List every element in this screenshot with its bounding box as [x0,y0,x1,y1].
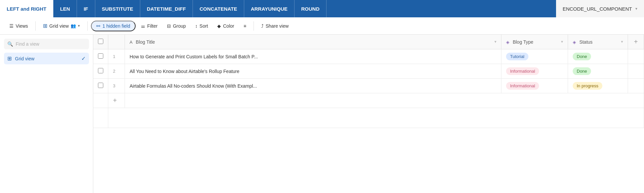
status-header-label: Status [579,39,593,45]
row-3-blog-title: Airtable Formulas All No-coders Should K… [125,79,501,93]
grid-view-button[interactable]: ⊞ Grid view 👥 ▾ [39,21,84,31]
row-1-num: 1 [108,49,125,64]
tab-arrayunique[interactable]: ARRAYUNIQUE [244,0,295,17]
blog-type-column-icon: ◈ [506,40,509,45]
tab-left-right-label: LEFT and RIGHT [7,6,46,12]
tab-datetime-diff-label: DATETIME_DIFF [147,6,186,12]
table-row: 3 Airtable Formulas All No-coders Should… [93,79,644,93]
blog-title-column-header[interactable]: A Blog Title ▾ [125,35,501,49]
filter-label: Filter [147,23,158,29]
grid-view-people-icon: 👥 [71,23,76,28]
row-2-status: Done [568,64,628,79]
blog-type-dropdown-icon[interactable]: ▾ [561,39,563,44]
grid-view-chevron-icon: ▾ [78,24,80,28]
fields-button[interactable]: ≡ [240,21,250,31]
blog-title-dropdown-icon[interactable]: ▾ [494,39,496,44]
row-2-blog-type: Informational [501,64,568,79]
grid-icon: ⊞ [43,23,47,29]
tab-round-label: ROUND [301,6,320,12]
status-column-header[interactable]: ◈ Status ▾ [568,35,628,49]
row-num-column-header [108,35,125,49]
add-row-plus[interactable]: + [108,93,125,108]
row-3-blog-type: Informational [501,79,568,93]
tab-bar: LEFT and RIGHT LEN IF SUBSTITUTE DATETIM… [0,0,644,17]
row-1-status-badge: Done [573,53,591,60]
table-area: A Blog Title ▾ ◈ Blog Type ▾ ◈ Status ▾ [93,35,644,193]
add-row-empty [125,93,644,108]
hidden-field-label: 1 hidden field [102,23,130,29]
tab-left-right[interactable]: LEFT and RIGHT [0,0,53,17]
add-row-checkbox-cell [93,93,108,108]
tab-round[interactable]: ROUND [295,0,326,17]
toolbar: ☰ Views ⊞ Grid view 👥 ▾ ⚯ 1 hidden field… [0,17,644,35]
row-2-num: 2 [108,64,125,79]
row-1-checkbox-cell [93,49,108,64]
sort-button[interactable]: ↕ Sort [191,21,212,31]
row-3-status-badge: In progress [573,82,602,90]
views-label: Views [16,23,28,29]
data-table: A Blog Title ▾ ◈ Blog Type ▾ ◈ Status ▾ [93,35,644,128]
select-all-checkbox[interactable] [98,39,103,44]
empty-row [93,108,644,128]
row-2-checkbox-cell [93,64,108,79]
fields-icon: ≡ [244,23,246,29]
add-row[interactable]: + [93,93,644,108]
row-1-blog-title: How to Generate and Print Custom Labels … [125,49,501,64]
table-row: 2 All You Need to Know about Airtable's … [93,64,644,79]
tab-concatenate-label: CONCATENATE [200,6,237,12]
row-2-extra [628,64,644,79]
tab-if[interactable]: IF [77,0,95,17]
table-row: 1 How to Generate and Print Custom Label… [93,49,644,64]
row-2-blog-title: All You Need to Know about Airtable's Ro… [125,64,501,79]
row-3-checkbox[interactable] [98,83,103,88]
tab-arrayunique-label: ARRAYUNIQUE [251,6,288,12]
row-3-blog-type-badge: Informational [506,82,539,90]
search-views[interactable]: 🔍 Find a view [4,39,89,49]
blog-type-column-header[interactable]: ◈ Blog Type ▾ [501,35,568,49]
color-button[interactable]: ◆ Color [213,21,238,31]
share-view-label: Share view [266,23,289,29]
grid-view-label: Grid view [49,23,69,29]
tab-substitute[interactable]: SUBSTITUTE [95,0,140,17]
row-3-status: In progress [568,79,628,93]
hidden-field-button[interactable]: ⚯ 1 hidden field [91,21,135,31]
search-icon: 🔍 [7,41,13,47]
tab-datetime-diff[interactable]: DATETIME_DIFF [140,0,193,17]
sidebar: 🔍 Find a view ⊞ Grid view ✓ [0,35,93,193]
search-placeholder: Find a view [16,41,39,47]
row-2-checkbox[interactable] [98,68,103,73]
separator-1 [35,21,36,31]
tab-encode-chevron-icon: ▾ [635,6,637,11]
row-1-checkbox[interactable] [98,53,103,59]
sort-label: Sort [200,23,208,29]
views-button[interactable]: ☰ Views [5,21,32,31]
share-view-button[interactable]: ⤴ Share view [257,21,293,31]
checkmark-icon: ✓ [81,55,86,62]
tab-if-label: IF [84,6,88,12]
color-label: Color [223,23,234,29]
row-1-blog-type: Tutorial [501,49,568,64]
hidden-field-icon: ⚯ [96,23,100,29]
filter-icon: ⚌ [141,23,145,29]
add-column-button[interactable]: + [628,35,644,49]
sidebar-item-grid-view[interactable]: ⊞ Grid view ✓ [4,53,89,64]
color-icon: ◆ [217,23,221,29]
tab-substitute-label: SUBSTITUTE [102,6,133,12]
separator-3 [254,21,254,31]
row-3-extra [628,79,644,93]
group-label: Group [173,23,186,29]
tab-concatenate[interactable]: CONCATENATE [193,0,244,17]
row-1-status: Done [568,49,628,64]
status-dropdown-icon[interactable]: ▾ [621,39,623,44]
blog-title-header-label: Blog Title [136,39,155,45]
tab-encode-url-label: ENCODE_URL_COMPONENT [563,6,632,12]
table-header-row: A Blog Title ▾ ◈ Blog Type ▾ ◈ Status ▾ [93,35,644,49]
empty-row-checkbox [93,108,108,128]
row-3-checkbox-cell [93,79,108,93]
filter-button[interactable]: ⚌ Filter [137,21,162,31]
tab-len[interactable]: LEN [53,0,77,17]
tab-encode-url-component[interactable]: ENCODE_URL_COMPONENT ▾ [556,0,644,17]
empty-row-cell [108,108,644,128]
sort-icon: ↕ [195,23,198,29]
group-button[interactable]: ⊟ Group [163,21,190,31]
